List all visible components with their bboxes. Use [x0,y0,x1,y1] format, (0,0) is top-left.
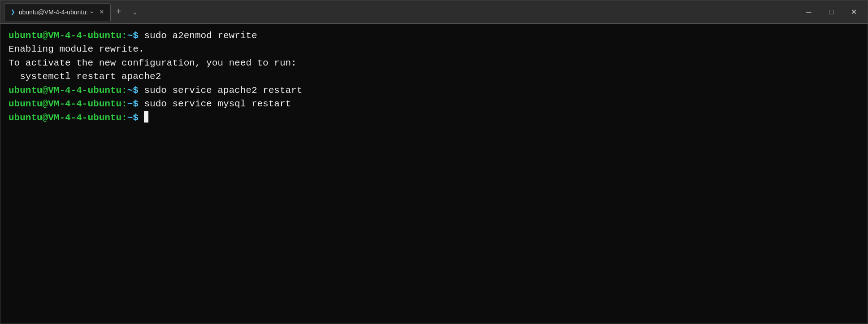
tab-area: ❯ ubuntu@VM-4-4-ubuntu: ~ ✕ + ⌄ [4,3,799,21]
command-5: sudo service apache2 restart [139,84,302,97]
terminal-line-6: ubuntu@VM-4-4-ubuntu:~$ sudo service mys… [9,97,859,111]
terminal-line-4: systemctl restart apache2 [9,70,859,83]
window-controls: ─ □ ✕ [799,4,864,20]
path-dollar-7: ~$ [127,111,139,125]
terminal-line-1: ubuntu@VM-4-4-ubuntu:~$ sudo a2enmod rew… [9,29,859,43]
tab-dropdown-button[interactable]: ⌄ [127,4,143,20]
titlebar: ❯ ubuntu@VM-4-4-ubuntu: ~ ✕ + ⌄ ─ □ ✕ [0,0,868,24]
minimize-button[interactable]: ─ [799,4,819,20]
command-1: sudo a2enmod rewrite [139,29,257,43]
path-dollar-6: ~$ [127,97,139,111]
maximize-button[interactable]: □ [821,4,842,20]
new-tab-button[interactable]: + [111,4,127,20]
prompt-1: ubuntu@VM-4-4-ubuntu: [9,29,127,43]
tab-close-button[interactable]: ✕ [100,9,104,16]
tab-title: ubuntu@VM-4-4-ubuntu: ~ [19,9,93,16]
terminal-line-5: ubuntu@VM-4-4-ubuntu:~$ sudo service apa… [9,84,859,97]
terminal-line-3: To activate the new configuration, you n… [9,57,859,70]
output-3: To activate the new configuration, you n… [9,57,297,70]
path-dollar-5: ~$ [127,84,139,97]
prompt-6: ubuntu@VM-4-4-ubuntu: [9,97,127,111]
prompt-7: ubuntu@VM-4-4-ubuntu: [9,111,127,125]
output-4: systemctl restart apache2 [9,70,161,83]
terminal-window: ❯ ubuntu@VM-4-4-ubuntu: ~ ✕ + ⌄ ─ □ ✕ ub… [0,0,868,324]
powershell-icon: ❯ [11,8,15,17]
output-2: Enabling module rewrite. [9,43,144,56]
active-tab[interactable]: ❯ ubuntu@VM-4-4-ubuntu: ~ ✕ [4,3,111,21]
command-6: sudo service mysql restart [139,97,291,111]
command-7 [139,111,144,125]
close-button[interactable]: ✕ [843,4,864,20]
prompt-5: ubuntu@VM-4-4-ubuntu: [9,84,127,97]
terminal-cursor [144,111,148,123]
terminal-body[interactable]: ubuntu@VM-4-4-ubuntu:~$ sudo a2enmod rew… [0,24,868,324]
terminal-line-2: Enabling module rewrite. [9,43,859,56]
terminal-line-7: ubuntu@VM-4-4-ubuntu:~$ [9,111,859,125]
path-dollar-1: ~$ [127,29,139,43]
